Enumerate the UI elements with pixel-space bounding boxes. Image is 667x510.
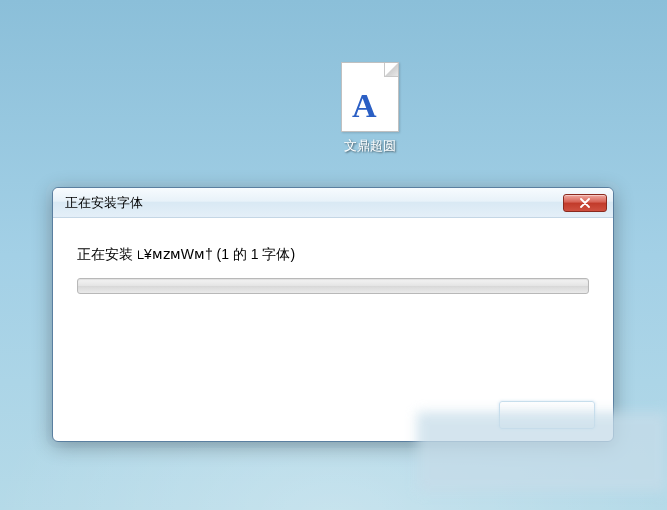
file-label: 文鼎超圆 bbox=[344, 138, 396, 154]
page-fold bbox=[384, 63, 398, 77]
font-letter: A bbox=[352, 87, 377, 125]
progress-bar bbox=[77, 278, 589, 294]
dialog-titlebar[interactable]: 正在安装字体 bbox=[53, 188, 613, 218]
install-dialog: 正在安装字体 正在安装 ˪¥ᴍᴢᴍWᴍ† (1 的 1 字体) bbox=[52, 187, 614, 442]
dialog-title: 正在安装字体 bbox=[65, 194, 143, 212]
dialog-body: 正在安装 ˪¥ᴍᴢᴍWᴍ† (1 的 1 字体) bbox=[53, 218, 613, 294]
close-button[interactable] bbox=[563, 194, 607, 212]
close-icon bbox=[579, 198, 591, 208]
dialog-footer bbox=[499, 401, 595, 429]
install-message: 正在安装 ˪¥ᴍᴢᴍWᴍ† (1 的 1 字体) bbox=[77, 246, 589, 264]
desktop-file-icon[interactable]: A 文鼎超圆 bbox=[334, 62, 406, 154]
dialog-button[interactable] bbox=[499, 401, 595, 429]
font-file-icon: A bbox=[341, 62, 399, 132]
